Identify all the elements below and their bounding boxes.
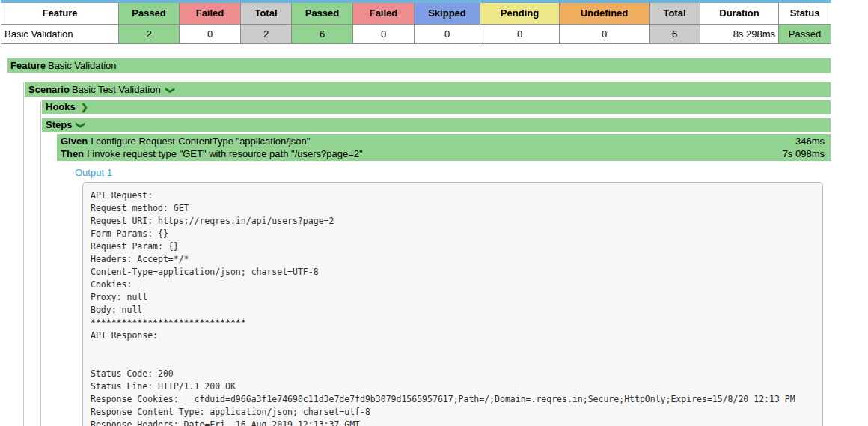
scenario-header-bar[interactable]: ScenarioBasic Test Validation❯ <box>25 82 831 97</box>
feature-name: Basic Validation <box>48 60 117 71</box>
col-header-feature: Feature <box>1 1 119 24</box>
col-header-scenarios-failed: Failed <box>180 1 241 24</box>
col-header-duration: Duration <box>700 1 779 24</box>
scenario-section: ScenarioBasic Test Validation❯ Hooks❯ St… <box>23 82 831 426</box>
cell-steps-total: 6 <box>650 24 700 43</box>
status-badge: Passed <box>779 24 831 43</box>
cell-steps-pending: 0 <box>480 24 560 43</box>
cell-steps-undefined: 0 <box>560 24 650 43</box>
table-row: Basic Validation 2 0 2 6 0 0 0 0 6 8s 29… <box>1 24 831 43</box>
feature-keyword: Feature <box>10 60 46 71</box>
hooks-header-bar[interactable]: Hooks❯ <box>42 100 831 114</box>
step-text: I invoke request type "GET" with resourc… <box>87 147 783 160</box>
col-header-steps-pending: Pending <box>480 1 560 24</box>
output-box: API Request: Request method: GET Request… <box>82 182 823 426</box>
step-keyword: Then <box>61 147 84 160</box>
scenario-keyword: Scenario <box>28 84 70 95</box>
output-link[interactable]: Output 1 <box>75 167 831 178</box>
scenario-name: Basic Test Validation <box>72 84 161 95</box>
chevron-right-icon[interactable]: ❯ <box>81 100 88 114</box>
cell-feature-name: Basic Validation <box>1 24 119 43</box>
col-header-steps-skipped: Skipped <box>415 1 480 24</box>
step-duration: 7s 098ms <box>783 147 825 160</box>
cell-steps-skipped: 0 <box>415 24 480 43</box>
cell-duration: 8s 298ms <box>700 24 779 43</box>
col-header-steps-failed: Failed <box>353 1 415 24</box>
cell-scenarios-passed: 2 <box>119 24 180 43</box>
chevron-down-icon[interactable]: ❯ <box>162 86 177 94</box>
steps-label: Steps <box>46 119 72 130</box>
col-header-scenarios-passed: Passed <box>119 1 180 24</box>
output-text: API Request: Request method: GET Request… <box>91 189 815 426</box>
step-row-then: Then I invoke request type "GET" with re… <box>57 147 831 160</box>
chevron-down-icon[interactable]: ❯ <box>74 121 88 129</box>
step-duration: 346ms <box>795 135 825 147</box>
feature-header-bar[interactable]: FeatureBasic Validation <box>7 58 831 73</box>
summary-table: Feature Passed Failed Total Passed Faile… <box>1 0 831 44</box>
step-keyword: Given <box>61 135 88 147</box>
step-row-given: Given I configure Request-ContentType "a… <box>57 135 831 147</box>
cell-scenarios-failed: 0 <box>180 24 241 43</box>
col-header-steps-total: Total <box>650 1 700 24</box>
cell-scenarios-total: 2 <box>241 24 292 43</box>
steps-list: Given I configure Request-ContentType "a… <box>57 134 831 161</box>
cell-steps-passed: 6 <box>292 24 353 43</box>
steps-header-bar[interactable]: Steps❯ <box>42 118 831 132</box>
col-header-steps-undefined: Undefined <box>560 1 650 24</box>
hooks-label: Hooks <box>46 101 76 112</box>
col-header-steps-passed: Passed <box>292 1 353 24</box>
summary-header-row: Feature Passed Failed Total Passed Faile… <box>1 1 831 24</box>
col-header-scenarios-total: Total <box>241 1 292 24</box>
cell-steps-failed: 0 <box>353 24 415 43</box>
col-header-status: Status <box>779 1 831 24</box>
scenario-body: Hooks❯ Steps❯ Given I configure Request-… <box>40 100 831 426</box>
step-text: I configure Request-ContentType "applica… <box>91 135 795 147</box>
